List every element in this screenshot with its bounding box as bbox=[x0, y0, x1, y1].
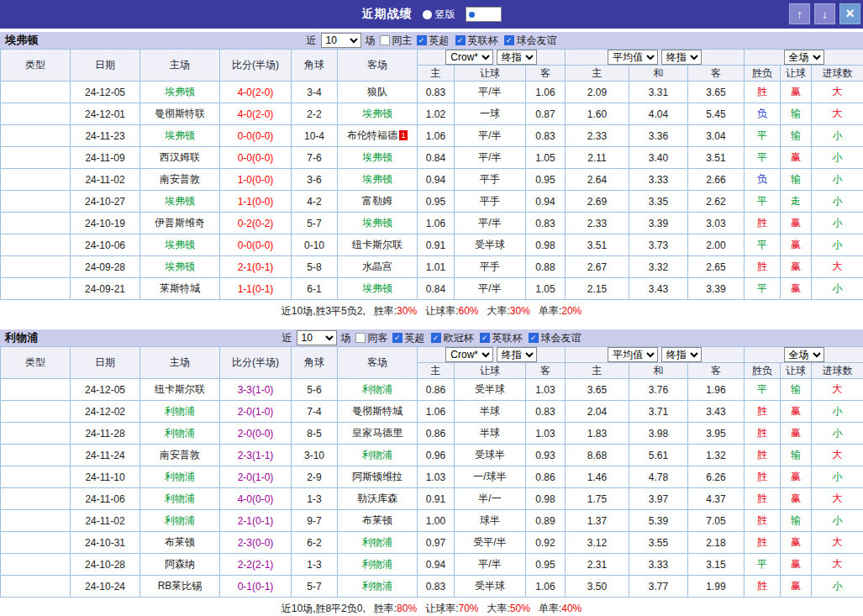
home-team[interactable]: 利物浦 bbox=[140, 466, 220, 488]
score-link[interactable]: 4-0(2-0) bbox=[220, 103, 292, 125]
away-team[interactable]: 富勒姆 bbox=[338, 191, 418, 213]
euro-time-select[interactable]: 终指 bbox=[661, 50, 702, 65]
away-team[interactable]: 利物浦 bbox=[338, 532, 418, 554]
stat-value: 50% bbox=[510, 603, 530, 614]
league-filter[interactable]: ✓球会友谊 bbox=[504, 34, 557, 48]
average-select[interactable]: 平均值 bbox=[608, 347, 658, 362]
home-team[interactable]: 伊普斯维奇 bbox=[140, 213, 220, 234]
sub-header-result-goals: 进球数 bbox=[812, 66, 863, 82]
league-filter[interactable]: ✓英超 bbox=[392, 331, 425, 345]
home-team[interactable]: 布莱顿 bbox=[140, 532, 220, 554]
score-link[interactable]: 1-1(0-0) bbox=[220, 191, 292, 213]
score-link[interactable]: 2-2(2-1) bbox=[220, 554, 292, 576]
home-team[interactable]: 南安普敦 bbox=[140, 445, 220, 466]
checkbox-checked-icon[interactable]: ✓ bbox=[480, 333, 490, 343]
home-team[interactable]: 利物浦 bbox=[140, 423, 220, 445]
score-link[interactable]: 2-0(0-0) bbox=[220, 423, 292, 445]
away-team[interactable]: 埃弗顿 bbox=[338, 169, 418, 191]
home-team[interactable]: 纽卡斯尔联 bbox=[140, 379, 220, 401]
checkbox-icon[interactable] bbox=[380, 35, 390, 45]
home-team[interactable]: 埃弗顿 bbox=[140, 234, 220, 256]
away-team[interactable]: 布莱顿 bbox=[338, 510, 418, 532]
away-team[interactable]: 利物浦 bbox=[338, 379, 418, 401]
same-venue-filter[interactable]: 同主 bbox=[380, 34, 413, 48]
score-link[interactable]: 2-0(1-0) bbox=[220, 466, 292, 488]
away-team[interactable]: 纽卡斯尔联 bbox=[338, 234, 418, 256]
league-filter[interactable]: ✓欧冠杯 bbox=[431, 331, 474, 345]
home-team[interactable]: 南安普敦 bbox=[140, 169, 220, 191]
score-link[interactable]: 0-1(0-1) bbox=[220, 576, 292, 598]
checkbox-checked-icon[interactable]: ✓ bbox=[504, 35, 514, 45]
layout-radio-horizontal[interactable]: 横版 bbox=[466, 7, 502, 22]
away-team[interactable]: 曼彻斯特城 bbox=[338, 401, 418, 423]
radio-icon[interactable] bbox=[467, 10, 476, 19]
score-link[interactable]: 1-0(0-0) bbox=[220, 169, 292, 191]
away-team[interactable]: 利物浦 bbox=[338, 445, 418, 466]
checkbox-checked-icon[interactable]: ✓ bbox=[417, 35, 427, 45]
home-team[interactable]: 埃弗顿 bbox=[140, 82, 220, 103]
score-link[interactable]: 4-0(0-0) bbox=[220, 488, 292, 510]
home-team[interactable]: RB莱比锡 bbox=[140, 576, 220, 598]
score-link[interactable]: 0-0(0-0) bbox=[220, 147, 292, 169]
away-team[interactable]: 埃弗顿 bbox=[338, 103, 418, 125]
asian-time-select[interactable]: 终指 bbox=[497, 347, 537, 362]
checkbox-checked-icon[interactable]: ✓ bbox=[392, 333, 403, 343]
scope-select[interactable]: 全场 bbox=[784, 50, 824, 65]
home-team[interactable]: 利物浦 bbox=[140, 510, 220, 532]
home-team[interactable]: 利物浦 bbox=[140, 401, 220, 423]
recent-count-select[interactable]: 10 bbox=[297, 330, 337, 345]
away-team[interactable]: 布伦特福德1 bbox=[338, 125, 418, 147]
home-team[interactable]: 埃弗顿 bbox=[140, 256, 220, 278]
home-team[interactable]: 利物浦 bbox=[140, 488, 220, 510]
score-link[interactable]: 2-3(1-1) bbox=[220, 445, 292, 466]
away-team[interactable]: 水晶宫 bbox=[338, 256, 418, 278]
score-link[interactable]: 0-0(0-0) bbox=[220, 125, 292, 147]
home-team[interactable]: 曼彻斯特联 bbox=[140, 103, 220, 125]
league-filter[interactable]: ✓球会友谊 bbox=[529, 331, 581, 345]
league-filter[interactable]: ✓英超 bbox=[417, 34, 450, 48]
result-handicap: 输 bbox=[781, 379, 812, 401]
layout-radio-vertical[interactable]: 竖版 bbox=[423, 8, 455, 22]
score-link[interactable]: 3-3(1-0) bbox=[220, 379, 292, 401]
away-team[interactable]: 利物浦 bbox=[338, 554, 418, 576]
score-link[interactable]: 4-0(2-0) bbox=[220, 82, 292, 103]
home-team[interactable]: 阿森纳 bbox=[140, 554, 220, 576]
bookmaker-select[interactable]: Crow* bbox=[445, 50, 493, 65]
bookmaker-select[interactable]: Crow* bbox=[445, 347, 493, 362]
home-team[interactable]: 西汉姆联 bbox=[140, 147, 220, 169]
close-button[interactable]: × bbox=[839, 3, 860, 24]
scroll-down-button[interactable]: ↓ bbox=[814, 3, 835, 24]
score-link[interactable]: 0-2(0-2) bbox=[220, 213, 292, 234]
away-team[interactable]: 埃弗顿 bbox=[338, 147, 418, 169]
asian-time-select[interactable]: 终指 bbox=[497, 50, 537, 65]
scope-select[interactable]: 全场 bbox=[784, 347, 824, 362]
score-link[interactable]: 2-1(0-1) bbox=[220, 510, 292, 532]
score-link[interactable]: 2-3(0-0) bbox=[220, 532, 292, 554]
radio-icon[interactable] bbox=[423, 10, 432, 19]
league-filter[interactable]: ✓英联杯 bbox=[480, 331, 523, 345]
away-team[interactable]: 埃弗顿 bbox=[338, 213, 418, 234]
home-team[interactable]: 埃弗顿 bbox=[140, 125, 220, 147]
score-link[interactable]: 2-1(0-1) bbox=[220, 256, 292, 278]
checkbox-checked-icon[interactable]: ✓ bbox=[431, 333, 441, 343]
checkbox-checked-icon[interactable]: ✓ bbox=[455, 35, 466, 45]
score-link[interactable]: 0-0(0-0) bbox=[220, 234, 292, 256]
score-link[interactable]: 2-0(1-0) bbox=[220, 401, 292, 423]
checkbox-icon[interactable] bbox=[355, 333, 366, 343]
recent-count-select[interactable]: 10 bbox=[321, 33, 361, 48]
away-team[interactable]: 狼队 bbox=[338, 82, 418, 103]
home-team[interactable]: 莱斯特城 bbox=[140, 278, 220, 300]
away-team[interactable]: 埃弗顿 bbox=[338, 278, 418, 300]
same-venue-filter[interactable]: 同客 bbox=[355, 331, 388, 345]
euro-time-select[interactable]: 终指 bbox=[661, 347, 702, 362]
away-team[interactable]: 利物浦 bbox=[338, 576, 418, 598]
average-select[interactable]: 平均值 bbox=[608, 50, 658, 65]
away-team[interactable]: 勒沃库森 bbox=[338, 488, 418, 510]
scroll-up-button[interactable]: ↑ bbox=[789, 3, 810, 24]
away-team[interactable]: 皇家马德里 bbox=[338, 423, 418, 445]
league-filter[interactable]: ✓英联杯 bbox=[455, 34, 498, 48]
score-link[interactable]: 1-1(0-1) bbox=[220, 278, 292, 300]
checkbox-checked-icon[interactable]: ✓ bbox=[529, 333, 539, 343]
away-team[interactable]: 阿斯顿维拉 bbox=[338, 466, 418, 488]
home-team[interactable]: 埃弗顿 bbox=[140, 191, 220, 213]
